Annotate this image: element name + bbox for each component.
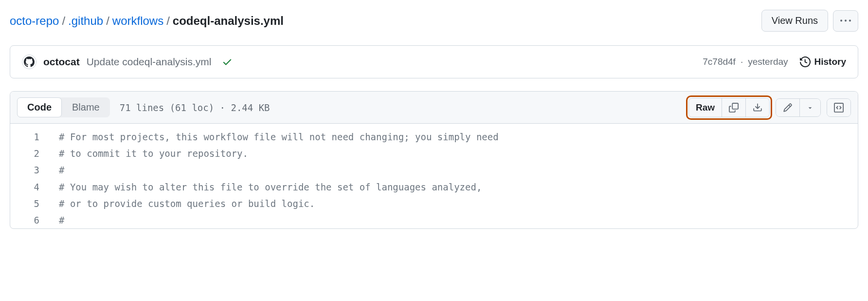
- breadcrumb-link-workflows[interactable]: workflows: [112, 14, 163, 28]
- commit-time: yesterday: [748, 56, 788, 67]
- breadcrumb-link-repo[interactable]: octo-repo: [10, 14, 59, 28]
- edit-dropdown-button[interactable]: [799, 99, 820, 116]
- line-number[interactable]: 6: [10, 212, 59, 228]
- history-label: History: [814, 56, 846, 67]
- line-content: # You may wish to alter this file to ove…: [59, 179, 482, 195]
- line-number[interactable]: 3: [10, 162, 59, 178]
- code-header: Code Blame 71 lines (61 loc) · 2.44 KB R…: [10, 92, 858, 124]
- copy-icon: [729, 103, 739, 113]
- avatar[interactable]: [22, 55, 36, 69]
- line-number[interactable]: 1: [10, 129, 59, 145]
- view-runs-button[interactable]: View Runs: [761, 10, 828, 32]
- line-content: #: [59, 162, 64, 178]
- download-icon: [753, 103, 762, 113]
- code-header-left: Code Blame 71 lines (61 loc) · 2.44 KB: [17, 97, 270, 117]
- kebab-horizontal-icon: [840, 16, 851, 26]
- line-content: # For most projects, this workflow file …: [59, 129, 499, 145]
- octocat-icon: [24, 56, 35, 67]
- code-body: 1 # For most projects, this workflow fil…: [10, 124, 858, 228]
- code-square-icon: [834, 103, 844, 113]
- history-link[interactable]: History: [800, 56, 846, 67]
- breadcrumb-sep: /: [166, 14, 170, 28]
- code-container: Code Blame 71 lines (61 loc) · 2.44 KB R…: [10, 91, 858, 229]
- line-content: #: [59, 212, 64, 228]
- breadcrumb-sep: /: [62, 14, 65, 28]
- line-number[interactable]: 5: [10, 195, 59, 212]
- symbols-button-group: [827, 98, 851, 117]
- code-line: 2 # to commit it to your repository.: [10, 145, 858, 162]
- dot-sep: ·: [741, 56, 743, 67]
- symbols-button[interactable]: [827, 99, 850, 116]
- commit-hash[interactable]: 7c78d4f: [703, 56, 736, 67]
- copy-button[interactable]: [722, 98, 745, 117]
- tab-blame[interactable]: Blame: [62, 97, 110, 117]
- download-button[interactable]: [745, 98, 769, 117]
- more-options-button[interactable]: [833, 10, 858, 32]
- tab-code[interactable]: Code: [17, 97, 62, 117]
- top-actions: View Runs: [761, 10, 858, 32]
- raw-button[interactable]: Raw: [689, 98, 722, 117]
- code-header-right: Raw: [688, 98, 851, 117]
- commit-message[interactable]: Update codeql-analysis.yml: [87, 56, 212, 68]
- edit-button-group: [776, 98, 821, 117]
- breadcrumb-current: codeql-analysis.yml: [173, 14, 284, 28]
- line-content: # or to provide custom queries or build …: [59, 195, 315, 212]
- code-line: 6 #: [10, 212, 858, 228]
- top-row: octo-repo / .github / workflows / codeql…: [10, 10, 858, 32]
- code-line: 1 # For most projects, this workflow fil…: [10, 129, 858, 145]
- edit-button[interactable]: [776, 99, 799, 116]
- breadcrumb-link-github[interactable]: .github: [68, 14, 103, 28]
- breadcrumb: octo-repo / .github / workflows / codeql…: [10, 14, 284, 28]
- code-line: 4 # You may wish to alter this file to o…: [10, 179, 858, 195]
- raw-highlight: Raw: [688, 98, 770, 117]
- commit-left: octocat Update codeql-analysis.yml: [22, 55, 233, 69]
- line-content: # to commit it to your repository.: [59, 145, 248, 162]
- raw-button-group: Raw: [688, 98, 770, 117]
- line-number[interactable]: 4: [10, 179, 59, 195]
- code-line: 3 #: [10, 162, 858, 178]
- status-check-icon[interactable]: [222, 56, 233, 67]
- breadcrumb-sep: /: [106, 14, 109, 28]
- line-number[interactable]: 2: [10, 145, 59, 162]
- code-line: 5 # or to provide custom queries or buil…: [10, 195, 858, 212]
- file-info: 71 lines (61 loc) · 2.44 KB: [120, 102, 270, 113]
- triangle-down-icon: [807, 104, 814, 111]
- history-icon: [800, 56, 811, 67]
- pencil-icon: [783, 103, 793, 113]
- tab-group: Code Blame: [17, 97, 110, 117]
- commit-box: octocat Update codeql-analysis.yml 7c78d…: [10, 45, 858, 78]
- commit-right: 7c78d4f · yesterday History: [703, 56, 846, 67]
- commit-author[interactable]: octocat: [43, 56, 80, 68]
